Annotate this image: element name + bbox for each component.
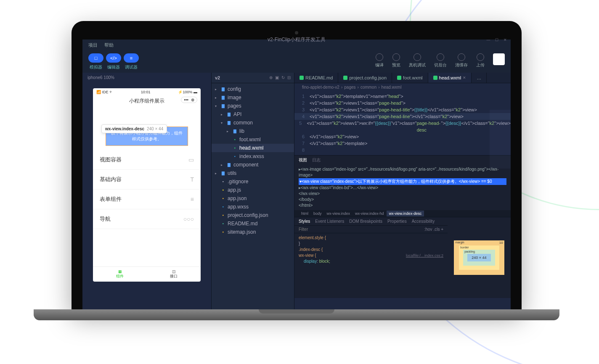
cls-toggle[interactable]: .cls: [433, 227, 440, 232]
tool-remote-debug[interactable]: 真机调试: [409, 53, 426, 68]
tree-file[interactable]: ▪.gitignore: [212, 177, 294, 186]
avatar[interactable]: [493, 53, 505, 65]
remote-debug-icon: [413, 53, 421, 61]
devtab-scope[interactable]: 视图: [299, 157, 307, 163]
container-icon: ▭: [188, 156, 194, 163]
styles-tab[interactable]: Styles: [299, 219, 310, 224]
tree-file[interactable]: ▪index.wxss: [212, 152, 294, 161]
list-item[interactable]: 表单组件≡: [93, 190, 201, 209]
tabs-more[interactable]: …: [472, 73, 487, 83]
maximize-icon[interactable]: ☐: [495, 38, 499, 42]
tree-folder[interactable]: ▸▇API: [212, 110, 294, 119]
tree-folder[interactable]: ▸▇image: [212, 93, 294, 102]
menu-project[interactable]: 项目: [88, 42, 98, 48]
list-item[interactable]: 视图容器▭: [93, 150, 201, 170]
tool-editor[interactable]: </> 编辑器: [106, 53, 121, 70]
app-title: 小程序组件展示: [129, 98, 164, 104]
code-editor[interactable]: 1<v1">class="k2">template v1">name="head…: [294, 91, 511, 155]
explorer-root: v2: [215, 75, 220, 80]
breadcrumb: fino-applet-demo-v2›pages›common›head.wx…: [294, 83, 511, 91]
laptop-frame: v2-FinClip小程序开发工具 — ☐ ✕ 项目 帮助 □ 模拟器 </> …: [72, 21, 522, 320]
tree-file[interactable]: ▪app.json: [212, 194, 294, 203]
editor-tab[interactable]: project.config.json: [338, 73, 392, 83]
devtab-console[interactable]: 日志: [312, 157, 321, 163]
tool-clear-cache[interactable]: 清缓存: [455, 53, 468, 68]
styles-tab[interactable]: Properties: [387, 219, 407, 224]
tree-file[interactable]: ▪foot.wxml: [212, 135, 294, 144]
status-time: 10:01: [141, 90, 151, 94]
hov-toggle[interactable]: :hov: [424, 227, 432, 232]
list-item[interactable]: 基础内容T: [93, 170, 201, 190]
tree-folder[interactable]: ▸▇utils: [212, 169, 294, 177]
camera-dot: [295, 31, 298, 34]
inspector-tooltip: wx-view.index-desc240 × 44: [101, 124, 167, 133]
tool-simulator[interactable]: □ 模拟器: [88, 53, 103, 70]
tree-folder[interactable]: ▾▇common: [212, 119, 294, 127]
editor-tab[interactable]: foot.wxml: [392, 73, 428, 83]
editor-area: README.mdproject.config.jsonfoot.wxmlhea…: [294, 73, 511, 310]
tree-file[interactable]: ▪head.wxml: [212, 144, 294, 152]
file-explorer: v2 ⊕ ▣ ↻ ⊟ ▸▇config▸▇image▾▇pages▸▇API▾▇…: [211, 73, 294, 310]
tree-folder[interactable]: ▸▇config: [212, 85, 294, 93]
tree-file[interactable]: ▪app.wxss: [212, 203, 294, 211]
styles-filter-input[interactable]: [299, 227, 424, 232]
window-controls: — ☐ ✕: [486, 38, 507, 42]
tree-folder[interactable]: ▸▇component: [212, 161, 294, 169]
form-icon: ≡: [191, 196, 194, 203]
new-folder-icon[interactable]: ▣: [275, 75, 279, 80]
close-icon[interactable]: ✕: [503, 38, 507, 42]
editor-tab[interactable]: head.wxml✕: [428, 73, 472, 83]
add-rule-icon[interactable]: +: [441, 227, 443, 232]
dom-breadcrumb[interactable]: htmlbodywx-view.indexwx-view.index-hdwx-…: [294, 210, 511, 217]
dom-tree[interactable]: ▸<wx-image class="index-logo" src="../re…: [294, 165, 511, 210]
list-item[interactable]: 导航○○○: [93, 209, 201, 229]
minimap[interactable]: [490, 110, 511, 169]
tree-file[interactable]: ▪sitemap.json: [212, 228, 294, 236]
tab-api[interactable]: ◫接口: [147, 267, 201, 282]
css-rules[interactable]: element.style {}.index-desc {</span></di…: [294, 233, 448, 266]
menu-help[interactable]: 帮助: [104, 42, 114, 48]
background-icon: [437, 53, 444, 61]
tree-file[interactable]: ▪project.config.json: [212, 211, 294, 219]
editor-tab[interactable]: README.md: [294, 73, 338, 83]
styles-tab[interactable]: Accessibility: [412, 219, 435, 224]
text-icon: T: [190, 176, 194, 183]
tool-debugger[interactable]: ≡ 调试器: [124, 53, 139, 70]
new-file-icon[interactable]: ⊕: [269, 75, 273, 80]
minimize-icon[interactable]: —: [486, 38, 490, 42]
compile-icon: [376, 53, 383, 61]
tool-background[interactable]: 切后台: [434, 53, 447, 68]
devtools: 视图 日志 ▸<wx-image class="index-logo" src=…: [294, 155, 511, 298]
tree-file[interactable]: ▪README.md: [212, 219, 294, 228]
tree-file[interactable]: ▪app.js: [212, 186, 294, 194]
status-carrier: 📶 IDE ᯤ: [96, 90, 113, 94]
box-model: margin10 border padding 240 × 44: [448, 217, 511, 298]
simulator-device-label: iphone6 100%: [82, 73, 211, 82]
preview-icon: [392, 53, 400, 61]
styles-tab[interactable]: DOM Breakpoints: [349, 219, 382, 224]
ide-screen: 项目 帮助 □ 模拟器 </> 编辑器 ≡ 调试器 编译 预览 真机调试 切后台…: [82, 40, 511, 310]
nav-icon: ○○○: [183, 216, 194, 222]
tab-components[interactable]: ▦组件: [93, 267, 147, 282]
phone-preview: 📶 IDE ᯤ 10:01 ⚡100% ▬ 小程序组件展示 •••⊗ wx-vi…: [93, 88, 201, 282]
clear-cache-icon: [458, 53, 465, 61]
status-battery: ⚡100% ▬: [178, 90, 197, 94]
styles-tab[interactable]: Event Listeners: [315, 219, 344, 224]
tree-folder[interactable]: ▾▇pages: [212, 102, 294, 110]
upload-icon: [477, 53, 484, 61]
refresh-icon[interactable]: ↻: [281, 75, 285, 80]
tree-folder[interactable]: ▸▇lib: [212, 127, 294, 135]
tool-compile[interactable]: 编译: [375, 53, 384, 68]
tool-preview[interactable]: 预览: [392, 53, 400, 68]
simulator-panel: iphone6 100% 📶 IDE ᯤ 10:01 ⚡100% ▬ 小程序组件…: [82, 73, 211, 310]
collapse-icon[interactable]: ⊟: [287, 75, 291, 80]
toolbar: □ 模拟器 </> 编辑器 ≡ 调试器 编译 预览 真机调试 切后台 清缓存 上…: [82, 51, 511, 73]
capsule-menu[interactable]: •••⊗: [181, 97, 197, 103]
tool-upload[interactable]: 上传: [476, 53, 485, 68]
window-title: v2-FinClip小程序开发工具: [268, 36, 326, 43]
